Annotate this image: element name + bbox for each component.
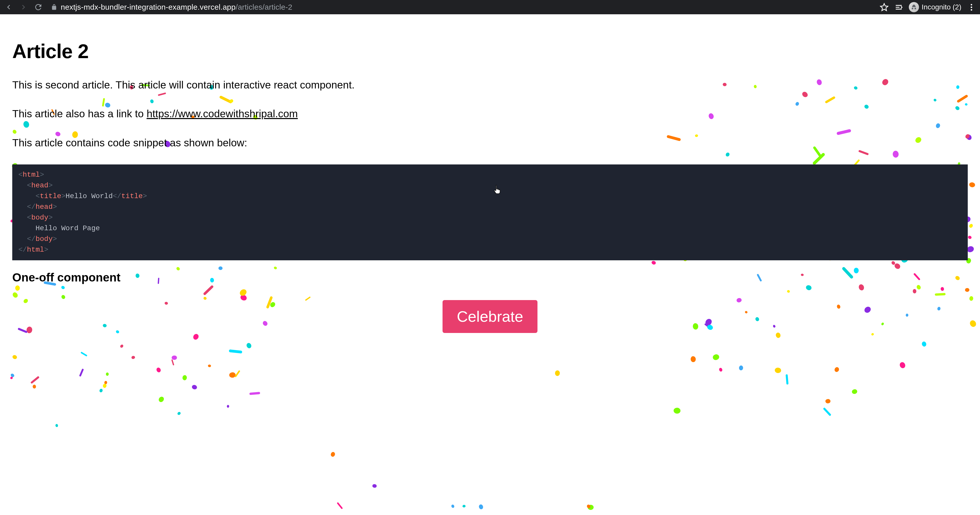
confetti-piece	[103, 383, 107, 388]
confetti-piece	[172, 355, 177, 360]
confetti-piece	[786, 374, 789, 385]
confetti-piece	[33, 385, 36, 389]
confetti-piece	[852, 389, 858, 395]
confetti-piece	[337, 502, 343, 509]
confetti-piece	[586, 504, 591, 509]
article-para-2: This article also has a link to https://…	[12, 106, 968, 121]
confetti-piece	[774, 367, 781, 373]
article-para-2-prefix: This article also has a link to	[12, 108, 146, 120]
confetti-piece	[191, 385, 197, 390]
url-domain: nextjs-mdx-bundler-integration-example.v…	[61, 3, 235, 11]
url-text: nextjs-mdx-bundler-integration-example.v…	[61, 3, 292, 11]
nav-buttons	[4, 3, 43, 12]
confetti-piece	[229, 349, 242, 353]
confetti-piece	[158, 396, 165, 403]
confetti-piece	[106, 372, 109, 376]
confetti-piece	[55, 424, 59, 427]
confetti-piece	[80, 352, 87, 357]
incognito-icon	[909, 2, 919, 12]
confetti-piece	[227, 405, 229, 408]
confetti-piece	[712, 353, 720, 361]
confetti-piece	[690, 356, 696, 362]
confetti-piece	[156, 367, 162, 373]
confetti-piece	[131, 356, 135, 360]
reload-button[interactable]	[34, 3, 43, 12]
confetti-piece	[10, 373, 15, 377]
svg-point-0	[971, 4, 972, 5]
confetti-piece	[834, 366, 840, 373]
confetti-piece	[12, 354, 18, 360]
code-snippet: <html> <head> <title>Hello World</title>…	[12, 165, 968, 260]
confetti-piece	[104, 381, 107, 385]
article-title: Article 2	[12, 40, 968, 63]
confetti-piece	[30, 376, 40, 384]
confetti-piece	[673, 408, 681, 414]
lock-icon	[51, 3, 58, 11]
confetti-piece	[451, 504, 455, 508]
confetti-piece	[171, 359, 174, 365]
url-path: /articles/article-2	[235, 3, 292, 11]
confetti-piece	[183, 375, 187, 380]
svg-point-2	[971, 9, 972, 11]
article-para-1: This is second article. This article wil…	[12, 78, 968, 92]
confetti-piece	[478, 504, 484, 510]
confetti-piece	[234, 370, 240, 377]
confetti-piece	[825, 399, 831, 404]
browser-toolbar: nextjs-mdx-bundler-integration-example.v…	[0, 0, 980, 14]
svg-point-1	[971, 6, 972, 8]
celebrate-button[interactable]: Celebrate	[442, 300, 538, 333]
kebab-menu-icon[interactable]	[967, 3, 976, 12]
confetti-piece	[208, 364, 211, 368]
toolbar-right: Incognito (2)	[880, 2, 976, 12]
back-button[interactable]	[4, 3, 13, 12]
confetti-piece	[899, 361, 906, 369]
confetti-piece	[177, 411, 181, 415]
section-heading: One-off component	[12, 271, 968, 284]
confetti-piece	[229, 372, 236, 378]
reading-list-icon[interactable]	[894, 3, 903, 12]
article-content: Article 2 This is second article. This a…	[0, 14, 980, 345]
external-link[interactable]: https://www.codewithshripal.com	[146, 108, 298, 120]
bookmark-star-icon[interactable]	[880, 3, 889, 12]
confetti-piece	[10, 376, 14, 380]
confetti-piece	[330, 451, 336, 457]
forward-button[interactable]	[19, 3, 28, 12]
confetti-piece	[739, 365, 743, 371]
confetti-piece	[719, 368, 723, 372]
url-bar[interactable]: nextjs-mdx-bundler-integration-example.v…	[48, 3, 875, 11]
confetti-piece	[79, 368, 84, 377]
confetti-piece	[99, 388, 103, 393]
button-wrap: Celebrate	[12, 295, 968, 333]
confetti-piece	[372, 484, 377, 488]
incognito-badge[interactable]: Incognito (2)	[909, 2, 961, 12]
confetti-piece	[462, 504, 466, 508]
confetti-piece	[249, 392, 260, 395]
confetti-piece	[823, 407, 832, 416]
article-para-3: This article contains code snippet as sh…	[12, 136, 968, 150]
confetti-piece	[555, 370, 560, 376]
incognito-label: Incognito (2)	[921, 3, 961, 11]
confetti-piece	[587, 504, 594, 510]
